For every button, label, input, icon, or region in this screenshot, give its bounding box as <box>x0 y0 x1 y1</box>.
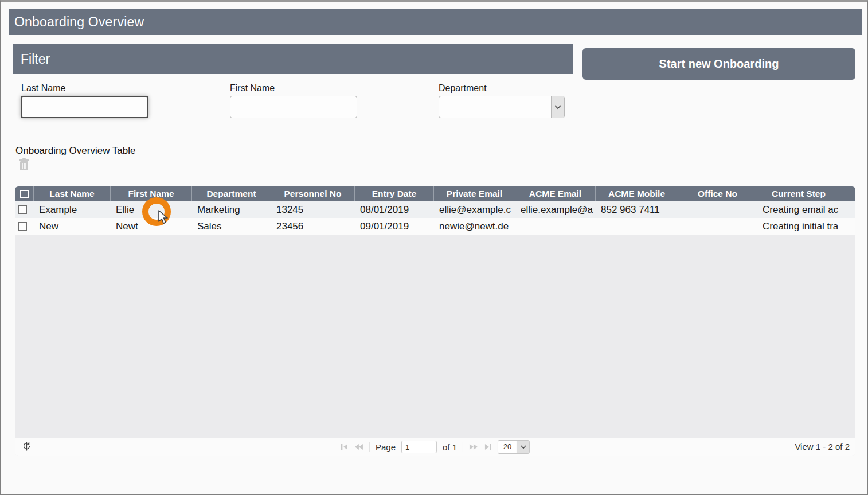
row-checkbox[interactable] <box>18 222 27 231</box>
app-window: Onboarding Overview Filter Start new Onb… <box>0 0 868 495</box>
table-header-row: Last NameFirst NameDepartmentPersonnel N… <box>15 186 855 201</box>
column-header-private-email[interactable]: Private Email <box>433 186 515 201</box>
page-number-input[interactable] <box>401 441 437 453</box>
table-empty-area <box>15 235 855 438</box>
cell-current-step: Creating initial tra <box>757 218 840 235</box>
column-header-spacer <box>840 186 855 201</box>
row-checkbox-cell <box>15 205 33 214</box>
start-new-onboarding-button[interactable]: Start new Onboarding <box>582 48 855 80</box>
cell-entry-date: 09/01/2019 <box>354 218 433 235</box>
view-range-label: View 1 - 2 of 2 <box>795 438 850 456</box>
pager-divider <box>463 442 463 452</box>
last-name-input[interactable] <box>21 96 148 118</box>
page-of-label: of 1 <box>443 442 457 452</box>
department-label: Department <box>439 83 487 93</box>
first-name-input[interactable] <box>230 96 357 118</box>
page-last-icon[interactable] <box>484 443 492 451</box>
cell-acme-email: ellie.example@a <box>515 201 595 218</box>
column-header-current-step[interactable]: Current Step <box>757 186 840 201</box>
filter-section-header: Filter <box>13 44 573 74</box>
column-header-entry-date[interactable]: Entry Date <box>354 186 433 201</box>
onboarding-overview-table: Last NameFirst NameDepartmentPersonnel N… <box>15 186 855 456</box>
page-first-icon[interactable] <box>341 443 349 451</box>
cell-first-name: Ellie <box>110 201 191 218</box>
page-title: Onboarding Overview <box>9 9 862 35</box>
cell-first-name: Newt <box>110 218 191 235</box>
cell-acme-mobile: 852 963 7411 <box>595 201 678 218</box>
cell-private-email: newie@newt.de <box>433 218 515 235</box>
column-header-acme-email[interactable]: ACME Email <box>515 186 595 201</box>
refresh-icon[interactable] <box>21 442 32 452</box>
cell-department: Sales <box>191 218 271 235</box>
first-name-label: First Name <box>230 83 275 93</box>
page-label: Page <box>376 442 396 452</box>
pagination-controls: Page of 1 20 <box>341 438 530 456</box>
table-row[interactable]: ExampleEllieMarketing1324508/01/2019elli… <box>15 201 855 218</box>
table-caption: Onboarding Overview Table <box>15 145 135 157</box>
last-name-label: Last Name <box>21 83 65 93</box>
chevron-down-icon[interactable] <box>551 96 564 118</box>
select-all-checkbox[interactable] <box>20 190 29 198</box>
cell-last-name: Example <box>33 201 110 218</box>
column-header-first-name[interactable]: First Name <box>110 186 191 201</box>
cell-entry-date: 08/01/2019 <box>354 201 433 218</box>
table-footer: Page of 1 20 View 1 - 2 of 2 <box>15 438 855 456</box>
column-header-last-name[interactable]: Last Name <box>33 186 110 201</box>
column-header-office-no[interactable]: Office No <box>678 186 757 201</box>
cell-department: Marketing <box>191 201 271 218</box>
row-checkbox-cell <box>15 222 33 231</box>
select-all-header-cell <box>15 186 33 201</box>
pager-divider <box>369 442 370 452</box>
text-caret <box>26 100 26 114</box>
page-size-value: 20 <box>498 441 517 453</box>
page-prev-icon[interactable] <box>354 443 363 451</box>
cell-current-step: Creating email ac <box>757 201 840 218</box>
column-header-department[interactable]: Department <box>191 186 271 201</box>
page-next-icon[interactable] <box>469 443 478 451</box>
department-selected-value <box>439 96 551 118</box>
cell-personnel-no: 13245 <box>271 201 354 218</box>
table-body: ExampleEllieMarketing1324508/01/2019elli… <box>15 201 855 235</box>
trash-icon[interactable] <box>18 158 30 171</box>
table-row[interactable]: NewNewtSales2345609/01/2019newie@newt.de… <box>15 218 855 235</box>
chevron-down-icon <box>517 441 529 453</box>
cell-personnel-no: 23456 <box>271 218 354 235</box>
column-header-personnel-no[interactable]: Personnel No <box>271 186 354 201</box>
column-header-acme-mobile[interactable]: ACME Mobile <box>595 186 678 201</box>
cell-private-email: ellie@example.c <box>433 201 515 218</box>
cell-last-name: New <box>33 218 110 235</box>
row-checkbox[interactable] <box>18 205 27 214</box>
department-select[interactable] <box>439 96 565 118</box>
page-size-select[interactable]: 20 <box>498 440 530 454</box>
